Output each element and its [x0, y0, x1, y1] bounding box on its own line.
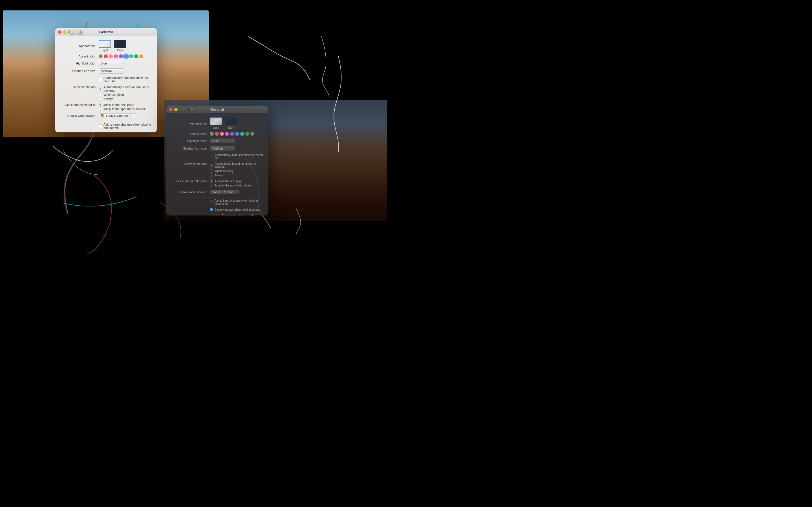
menu-bar-box-2[interactable]	[210, 155, 213, 158]
click-next-option[interactable]: Jump to the next page	[99, 103, 145, 107]
click-scroll-label: Click in the scroll bar to:	[60, 103, 96, 107]
close-button[interactable]	[58, 31, 61, 34]
minimize-button-2[interactable]	[174, 108, 177, 111]
window-content-1: Appearance: Light Dark Accent color:	[55, 36, 157, 132]
scroll-always-radio[interactable]	[99, 97, 102, 101]
nav-buttons-2: ‹ ⊞	[181, 107, 195, 112]
default-browser-dropdown-2[interactable]: Google Chrome ▾	[210, 189, 239, 194]
swatch-pink[interactable]	[109, 54, 113, 58]
scroll-auto-radio-2[interactable]	[210, 164, 213, 167]
scroll-when-option[interactable]: When scrolling	[99, 93, 152, 96]
titlebar-1: ‹ ⊞ General	[55, 28, 157, 36]
swatch-yellow[interactable]	[139, 54, 143, 58]
close-windows-checkbox[interactable]: Close windows when quitting an app	[99, 132, 152, 132]
click-next-radio[interactable]	[99, 103, 102, 107]
grid-button[interactable]: ⊞	[77, 30, 84, 35]
dropdown-arrow-browser-2: ▾	[237, 191, 238, 193]
close-windows-box-2[interactable]	[210, 208, 213, 211]
scroll-always-option[interactable]: Always	[99, 97, 152, 101]
swatch-green[interactable]	[134, 54, 138, 58]
scroll-always-radio-2[interactable]	[210, 173, 213, 177]
swatch-extra-2[interactable]	[250, 132, 254, 136]
default-browser-value-2: Google Chrome	[212, 190, 234, 194]
accent-color-swatches-2	[210, 132, 254, 136]
highlight-color-dropdown[interactable]: Blue ▾	[99, 61, 124, 66]
dark-theme-option-2[interactable]: Dark	[225, 117, 238, 129]
scroll-when-radio[interactable]	[99, 93, 102, 96]
close-windows-label-text: Close windows when quitting an app	[103, 132, 152, 132]
swatch-magenta[interactable]	[114, 54, 118, 58]
swatch-green-2[interactable]	[245, 132, 249, 136]
close-windows-row: Close windows when quitting an app	[60, 132, 152, 132]
click-spot-radio[interactable]	[99, 107, 102, 111]
default-browser-dropdown[interactable]: Google Chrome ▾	[99, 113, 137, 118]
menu-bar-checkbox-2[interactable]: Automatically hide and show the menu bar	[210, 154, 263, 160]
ask-keep-box[interactable]	[99, 124, 102, 128]
light-theme-option-2[interactable]: Light	[210, 117, 222, 129]
scroll-bars-options: Automatically based on mouse or trackpad…	[99, 86, 152, 101]
swatch-blue[interactable]	[124, 54, 128, 58]
click-next-radio-2[interactable]	[210, 179, 213, 183]
dropdown-arrow-sidebar-2: ▾	[233, 147, 234, 150]
scroll-auto-label-2: Automatically based on mouse or trackpad	[214, 162, 263, 168]
click-spot-label: Jump to the spot that's clicked	[103, 107, 145, 111]
swatch-red[interactable]	[104, 54, 108, 58]
sidebar-icon-size-dropdown-2[interactable]: Medium ▾	[210, 146, 235, 151]
default-browser-row-2: Default web browser: Google Chrome ▾	[171, 189, 263, 194]
window-content-2: Appearance: Light Dark Accent color:	[166, 114, 268, 216]
menu-bar-checkbox-box[interactable]	[99, 78, 102, 81]
scroll-when-option-2[interactable]: When scrolling	[210, 169, 263, 173]
recent-items-stepper-2[interactable]: 10	[210, 215, 220, 216]
highlight-color-dropdown-2[interactable]: Blue ▾	[210, 138, 235, 144]
close-windows-checkbox-2[interactable]: Close windows when quitting an app	[210, 208, 260, 211]
swatch-purple[interactable]	[119, 54, 123, 58]
click-next-label-2: Jump to the next page	[214, 180, 243, 183]
scroll-auto-option-2[interactable]: Automatically based on mouse or trackpad	[210, 162, 263, 168]
scroll-auto-radio[interactable]	[99, 87, 102, 91]
highlight-color-label-2: Highlight color:	[171, 139, 207, 143]
light-theme-label-2: Light	[213, 126, 219, 129]
appearance-row-2: Appearance: Light Dark	[171, 117, 263, 129]
swatch-blue-2[interactable]	[235, 132, 239, 136]
click-scroll-row-2: Click in the scroll bar to: Jump to the …	[171, 179, 263, 187]
swatch-teal[interactable]	[129, 54, 133, 58]
default-browser-label: Default web browser:	[60, 114, 96, 117]
close-button-2[interactable]	[169, 108, 172, 111]
scroll-auto-option[interactable]: Automatically based on mouse or trackpad	[99, 86, 152, 92]
click-spot-option-2[interactable]: Jump to the spot that's clicked	[210, 184, 252, 187]
dark-theme-preview	[114, 40, 126, 48]
scroll-always-option-2[interactable]: Always	[210, 173, 263, 177]
scroll-when-label-2: When scrolling	[214, 170, 233, 173]
grid-button-2[interactable]: ⊞	[188, 107, 195, 112]
swatch-graphite-2[interactable]	[210, 132, 214, 136]
click-scroll-options: Jump to the next page Jump to the spot t…	[99, 103, 145, 111]
minimize-button[interactable]	[63, 31, 66, 34]
click-spot-radio-2[interactable]	[210, 184, 213, 187]
light-theme-option[interactable]: Light	[99, 40, 111, 52]
ask-keep-row: Ask to keep changes when closing documen…	[60, 123, 152, 129]
click-next-option-2[interactable]: Jump to the next page	[210, 179, 252, 183]
swatch-magenta-2[interactable]	[225, 132, 229, 136]
ask-keep-checkbox-2[interactable]: Ask to keep changes when closing documen…	[210, 199, 263, 205]
menu-bar-checkbox[interactable]: Automatically hide and show the menu bar	[99, 76, 152, 83]
back-button[interactable]: ‹	[69, 30, 76, 35]
dark-theme-option[interactable]: Dark	[114, 40, 126, 52]
swatch-purple-2[interactable]	[230, 132, 234, 136]
click-spot-option[interactable]: Jump to the spot that's clicked	[99, 107, 145, 111]
swatch-teal-2[interactable]	[240, 132, 244, 136]
accent-color-swatches	[99, 54, 143, 58]
ask-keep-checkbox[interactable]: Ask to keep changes when closing documen…	[99, 123, 152, 129]
swatch-graphite[interactable]	[99, 54, 103, 58]
click-spot-label-2: Jump to the spot that's clicked	[214, 184, 252, 187]
ask-keep-box-2[interactable]	[210, 201, 213, 204]
swatch-red-2[interactable]	[215, 132, 219, 136]
dropdown-arrow-browser: ▾	[130, 115, 132, 117]
scroll-when-radio-2[interactable]	[210, 169, 213, 173]
ask-keep-label-text: Ask to keep changes when closing documen…	[103, 123, 152, 129]
dark-theme-preview-2	[225, 117, 238, 125]
sidebar-icon-size-dropdown[interactable]: Medium ▾	[99, 68, 124, 73]
back-button-2[interactable]: ‹	[181, 107, 187, 112]
accent-color-label-2: Accent color:	[171, 132, 207, 135]
appearance-options-2: Light Dark	[210, 117, 238, 129]
swatch-pink-2[interactable]	[220, 132, 224, 136]
